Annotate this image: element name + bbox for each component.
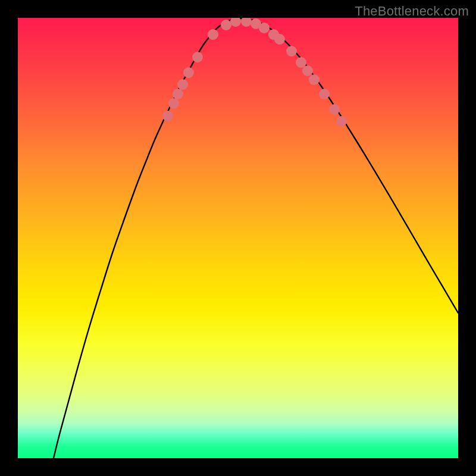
curve-right-curve [238,18,458,313]
marker-dot [302,65,313,76]
marker-dot [274,34,285,45]
curve-group [54,18,458,458]
marker-dot [183,67,194,78]
marker-dot [336,116,347,127]
marker-dot [177,79,188,90]
marker-dot [168,98,179,109]
marker-group [162,18,347,127]
marker-dot [230,18,241,27]
curve-left-curve [54,18,238,458]
marker-dot [241,18,252,27]
watermark-label: TheBottleneck.com [355,4,469,19]
marker-dot [286,46,297,57]
marker-dot [319,89,330,99]
marker-dot [173,89,183,99]
chart-frame: TheBottleneck.com [0,0,476,476]
plot-area [18,18,458,458]
marker-dot [221,20,231,30]
marker-dot [192,52,203,62]
marker-dot [259,23,270,33]
marker-dot [309,74,320,85]
marker-dot [329,104,340,115]
chart-svg [18,18,458,458]
marker-dot [162,111,173,121]
marker-dot [208,29,218,40]
marker-dot [296,57,306,68]
